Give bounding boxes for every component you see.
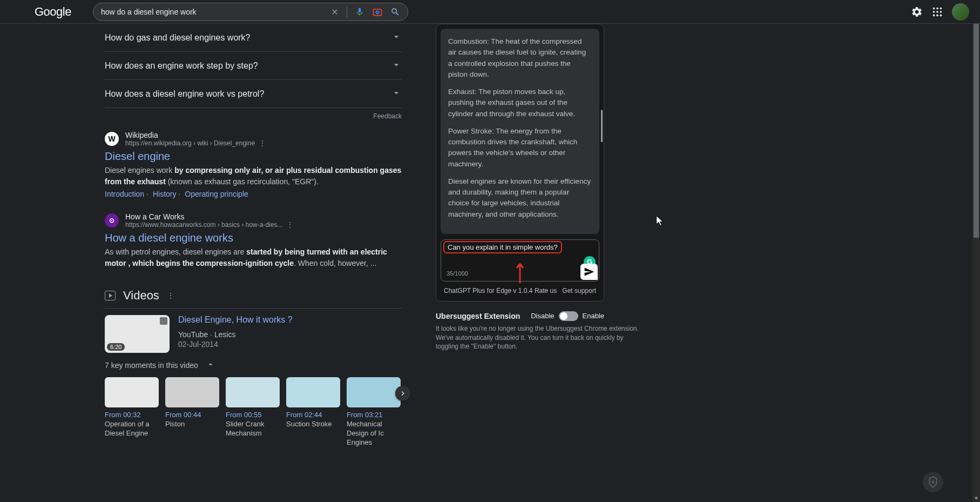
result-snippet: As with petrol engines, diesel engines a…: [105, 246, 402, 269]
result-url: https://en.wikipedia.org › wiki › Diesel…: [125, 139, 266, 147]
videos-heading: Videos: [123, 289, 159, 303]
search-icon[interactable]: [390, 7, 400, 17]
ubersuggest-title: Ubersuggest Extension: [436, 312, 520, 320]
svg-point-7: [940, 11, 942, 13]
clear-icon[interactable]: [330, 8, 339, 16]
extension-floating-icon[interactable]: [923, 472, 943, 492]
paa-question: How does a diesel engine work vs petrol?: [105, 89, 264, 99]
chatgpt-panel: Combustion: The heat of the compressed a…: [436, 24, 604, 302]
svg-rect-0: [373, 9, 381, 16]
video-thumbnail[interactable]: 6:20: [105, 315, 170, 353]
video-meta: YouTube·Lesics: [178, 330, 402, 339]
key-moment[interactable]: From 00:44 Piston: [165, 377, 219, 447]
rate-us-link[interactable]: Rate us: [535, 287, 557, 294]
scroll-down-icon[interactable]: ▼: [972, 494, 980, 502]
apps-icon[interactable]: [931, 6, 943, 18]
more-icon[interactable]: ⋮: [167, 291, 174, 300]
result-source-name: Wikipedia: [125, 131, 266, 139]
key-moment[interactable]: From 03:21 Mechanical Design of Ic Engin…: [347, 377, 401, 447]
user-avatar[interactable]: [952, 3, 969, 21]
ubersuggest-description: It looks like you're no longer using the…: [436, 324, 644, 351]
search-input[interactable]: [101, 8, 330, 16]
page-header: Google: [0, 0, 980, 24]
sublink[interactable]: Operating principle: [185, 190, 248, 198]
key-moment[interactable]: From 02:44 Suction Stroke: [286, 377, 340, 447]
key-moments-row: From 00:32 Operation of a Diesel Engine …: [105, 377, 402, 447]
video-duration: 6:20: [107, 343, 125, 351]
svg-point-10: [940, 14, 942, 16]
key-moment[interactable]: From 00:32 Operation of a Diesel Engine: [105, 377, 159, 447]
disable-label: Disable: [531, 312, 554, 320]
paa-question: How do gas and diesel engines work?: [105, 33, 251, 43]
video-result: 6:20 Diesel Engine, How it works ? YouTu…: [105, 315, 402, 353]
chat-response: Combustion: The heat of the compressed a…: [441, 29, 599, 234]
chevron-up-icon: [206, 359, 215, 371]
chevron-down-icon: [391, 31, 402, 44]
more-icon[interactable]: ⋮: [287, 221, 293, 229]
svg-point-5: [933, 11, 935, 13]
get-support-link[interactable]: Get support: [562, 287, 596, 294]
paa-item[interactable]: How does an engine work step by step?: [105, 52, 402, 80]
chat-scrollbar[interactable]: [601, 110, 603, 142]
enable-label: Enable: [583, 312, 604, 320]
svg-point-9: [936, 14, 938, 16]
chat-footer: ChatGPT Plus for Edge v 1.0.4 Rate us Ge…: [441, 282, 599, 297]
svg-point-4: [940, 7, 942, 9]
voice-search-icon[interactable]: [355, 7, 364, 17]
annotation-arrow: [515, 259, 525, 285]
next-button[interactable]: [395, 386, 410, 401]
video-title-link[interactable]: Diesel Engine, How it works ?: [178, 315, 402, 325]
side-panel: Combustion: The heat of the compressed a…: [436, 24, 604, 351]
mouse-cursor: [657, 216, 664, 228]
search-result: ⊙ How a Car Works https://www.howacarwor…: [105, 212, 402, 269]
send-button[interactable]: [580, 264, 598, 280]
settings-icon[interactable]: [911, 6, 923, 18]
wikipedia-favicon: W: [105, 132, 119, 146]
sublink[interactable]: History: [153, 190, 177, 198]
svg-point-6: [936, 11, 938, 13]
chevron-down-icon: [391, 59, 402, 72]
image-search-icon[interactable]: [372, 6, 383, 17]
svg-point-1: [376, 11, 379, 14]
search-results: How do gas and diesel engines work? How …: [105, 24, 402, 447]
ubersuggest-toggle[interactable]: [559, 311, 578, 321]
page-scrollbar[interactable]: ▲ ▼: [972, 0, 980, 502]
search-bar[interactable]: [93, 3, 408, 21]
paa-item[interactable]: How does a diesel engine work vs petrol?: [105, 80, 402, 108]
chat-input-text[interactable]: Can you explain it in simple words?: [443, 241, 562, 253]
svg-point-2: [933, 7, 935, 9]
howacarworks-favicon: ⊙: [105, 213, 119, 227]
feedback-link[interactable]: Feedback: [105, 108, 402, 131]
svg-point-3: [936, 7, 938, 9]
chevron-down-icon: [391, 88, 402, 100]
expand-icon[interactable]: [160, 317, 167, 325]
result-snippet: Diesel engines work by compressing only …: [105, 165, 402, 188]
key-moment[interactable]: From 00:55 Slider Crank Mechanism: [226, 377, 280, 447]
key-moments-toggle[interactable]: 7 key moments in this video: [105, 359, 402, 371]
videos-icon: [105, 291, 116, 300]
char-count: 35/1000: [447, 270, 468, 277]
scrollbar-thumb[interactable]: [974, 11, 979, 238]
result-url: https://www.howacarworks.com › basics › …: [125, 221, 293, 229]
result-title-link[interactable]: Diesel engine: [105, 150, 402, 163]
result-title-link[interactable]: How a diesel engine works: [105, 232, 402, 244]
videos-section-header: Videos ⋮: [105, 283, 402, 309]
result-sublinks: Introduction· History· Operating princip…: [105, 190, 402, 198]
search-result: W Wikipedia https://en.wikipedia.org › w…: [105, 131, 402, 198]
chat-input-area[interactable]: Can you explain it in simple words? G 35…: [441, 239, 599, 282]
ubersuggest-panel: Ubersuggest Extension Disable Enable It …: [436, 311, 604, 351]
paa-item[interactable]: How do gas and diesel engines work?: [105, 24, 402, 52]
video-date: 02-Jul-2014: [178, 340, 402, 349]
more-icon[interactable]: ⋮: [259, 139, 266, 147]
extension-version: ChatGPT Plus for Edge v 1.0.4: [444, 287, 533, 294]
sublink[interactable]: Introduction: [105, 190, 144, 198]
result-source-name: How a Car Works: [125, 212, 293, 221]
paa-question: How does an engine work step by step?: [105, 61, 258, 71]
svg-point-8: [933, 14, 935, 16]
google-logo[interactable]: Google: [35, 5, 71, 19]
